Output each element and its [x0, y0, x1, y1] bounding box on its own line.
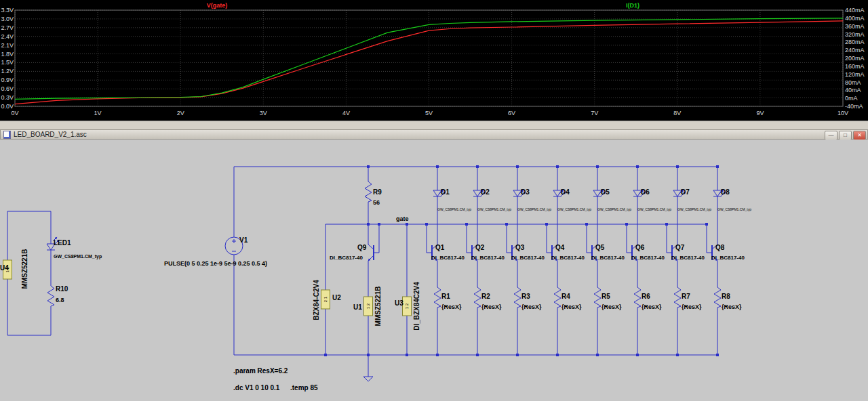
schematic-drawing[interactable]	[0, 140, 868, 401]
minimize-button[interactable]: —	[825, 131, 837, 140]
trace-label-vgate[interactable]: V(gate)	[207, 2, 228, 9]
right-axis-tick: 440mA	[845, 7, 865, 14]
schematic-canvas[interactable]: V1 PULSE(0 5 0.25 1e-9 5e-9 0.25 0.5 4) …	[0, 140, 868, 401]
diode-model-label: GW_CS8PM1.CM_typ	[437, 207, 471, 211]
diode-label: D1	[441, 188, 450, 196]
right-axis-tick: 240mA	[845, 47, 865, 54]
left-axis-tick: 1.5V	[0, 59, 14, 66]
pulse-spec-label: PULSE(0 5 0.25 1e-9 5e-9 0.25 0.5 4)	[164, 260, 267, 267]
diode-model-label: GW_CS8PM1.CM_typ	[517, 207, 551, 211]
junction-dots	[324, 165, 408, 356]
diode-label: D7	[681, 188, 690, 196]
u2-model-label: BZX84-C2V4	[313, 280, 320, 320]
right-axis-tick: 160mA	[845, 63, 865, 70]
left-axis-tick: 0.6V	[0, 85, 14, 92]
r9-value-label: 56	[373, 199, 380, 206]
right-axis-tick: 200mA	[845, 55, 865, 62]
transistor-label: Q1	[435, 244, 444, 251]
resistor-value-label: {ResX}	[682, 303, 702, 310]
u1-model-label: MMSZ5221B	[374, 287, 382, 326]
left-axis-tick: 0.9V	[0, 77, 14, 83]
transistor-label: Q5	[595, 244, 604, 251]
transistor-model-label: DI_BC817-40	[671, 255, 705, 261]
left-axis-tick: 2.7V	[0, 24, 14, 31]
right-axis-tick: 40mA	[845, 87, 861, 93]
u3-label: U3	[395, 299, 403, 307]
waveform-plot[interactable]	[0, 0, 868, 121]
led1-model-label: GW_CS8PM1.CM_typ	[54, 254, 102, 259]
resistor-label: R1	[441, 293, 450, 300]
right-axis-tick: 0mA	[845, 95, 858, 102]
right-axis-tick: 320mA	[845, 31, 865, 38]
transistor-label: Q4	[555, 244, 564, 251]
trace-label-id1[interactable]: I(D1)	[626, 2, 639, 9]
ground-symbol[interactable]	[363, 377, 373, 381]
transistor-label: Q8	[715, 244, 724, 251]
diode-model-label: GW_CS8PM1.CM_typ	[717, 207, 751, 211]
left-axis-tick: 1.8V	[0, 51, 14, 58]
u2-pin-label: 2 1	[323, 297, 328, 302]
resistor-label: R7	[682, 293, 690, 300]
resistor-label: R2	[481, 293, 490, 300]
close-button[interactable]: ✕	[853, 131, 866, 140]
restore-button[interactable]: □	[839, 131, 852, 140]
u1-pin-label: 1 2	[366, 303, 370, 309]
right-axis-tick: 360mA	[845, 23, 865, 30]
left-axis-tick: 3.3V	[0, 7, 14, 14]
x-axis-tick: 5V	[425, 110, 433, 117]
transistor-model-label: DI_BC817-40	[591, 255, 625, 261]
diode-model-label: GW_CS8PM1.CM_typ	[637, 207, 671, 211]
resistor-value-label: {ResX}	[481, 303, 502, 310]
temp-directive: .temp 85	[290, 384, 318, 392]
diode-model-label: GW_CS8PM1.CM_typ	[597, 207, 631, 211]
waveform-pane[interactable]: V(gate) I(D1) 3.3V3.0V2.7V2.4V2.1V1.8V1.…	[0, 0, 868, 121]
transistor-model-label: DI_BC817-40	[551, 255, 585, 261]
r10-label: R10	[56, 285, 68, 293]
v1-label: V1	[239, 236, 248, 244]
diode-label: D2	[481, 188, 490, 196]
transistor-model-label: DI_BC817-40	[631, 255, 665, 261]
u4-model-label: MMSZ5221B	[21, 249, 28, 289]
resistor-value-label: {ResX}	[601, 303, 622, 310]
window-title: LED_BOARD_V2_1.asc	[14, 131, 87, 138]
right-axis-tick: 400mA	[845, 15, 865, 22]
u1-label: U1	[353, 303, 362, 311]
led1-label: LED1	[54, 239, 71, 247]
resistor-label: R3	[521, 293, 530, 300]
transistor-model-label: DI_BC817-40	[471, 255, 505, 261]
u2-label: U2	[332, 294, 341, 301]
x-axis-tick: 1V	[94, 110, 102, 117]
gate-net-label: gate	[396, 215, 409, 222]
x-axis-tick: 0V	[11, 110, 18, 117]
x-axis-tick: 10V	[837, 110, 848, 117]
left-axis-tick: 1.2V	[0, 68, 14, 75]
q9-label: Q9	[357, 244, 366, 251]
x-axis-tick: 6V	[508, 110, 515, 117]
q9-model-label: DI_BC817-40	[330, 255, 363, 261]
resistor-value-label: {ResX}	[521, 303, 542, 310]
x-axis-tick: 9V	[756, 110, 764, 117]
left-axis-tick: 2.4V	[0, 33, 14, 40]
resistor-r10[interactable]	[47, 283, 54, 308]
wire-net[interactable]	[7, 167, 717, 377]
x-axis-tick: 3V	[260, 110, 267, 117]
transistor-model-label: DI_BC817-40	[431, 255, 465, 261]
schematic-file-icon	[3, 131, 11, 139]
diode-model-label: GW_CS8PM1.CM_typ	[677, 207, 711, 211]
right-axis-tick: -40mA	[845, 103, 863, 110]
u3-model-label: DI_BZX84C2V4	[413, 282, 420, 331]
transistor-label: Q7	[675, 244, 684, 251]
transistor-label: Q3	[515, 244, 524, 251]
x-axis-tick: 4V	[342, 110, 350, 117]
resistor-r9[interactable]	[365, 179, 372, 203]
pane-splitter[interactable]	[0, 121, 868, 129]
diode-label: D5	[601, 188, 610, 196]
transistor-q9[interactable]	[368, 245, 379, 261]
resistor-value-label: {ResX}	[642, 303, 662, 310]
x-axis-tick: 2V	[177, 110, 184, 117]
transistor-model-label: DI_BC817-40	[711, 255, 745, 261]
resistor-value-label: {ResX}	[441, 303, 462, 310]
resistor-label: R4	[561, 293, 570, 300]
diode-label: D8	[721, 188, 730, 196]
schematic-window-titlebar[interactable]: LED_BOARD_V2_1.asc — □ ✕	[0, 129, 868, 140]
